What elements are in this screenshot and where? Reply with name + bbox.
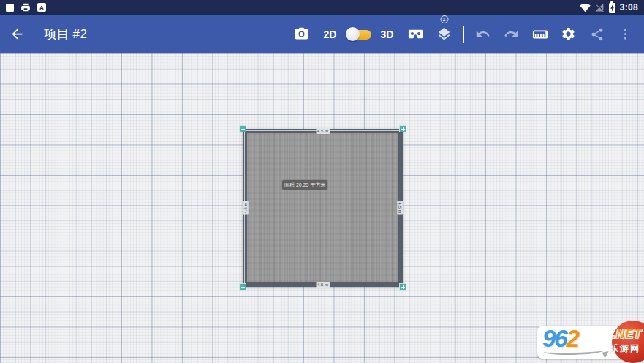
floorplan-canvas[interactable]: 面积 20.25 平方米 4.5 m 4.5 m 4.5 m 4.5 m <box>0 53 644 363</box>
undo-button[interactable] <box>469 18 497 50</box>
page-title: 项目 #2 <box>44 26 87 42</box>
autofill-a-icon: A <box>37 3 46 12</box>
status-clock: 3:08 <box>620 2 638 12</box>
watermark-site-name: 乐游网 <box>610 343 640 355</box>
app-screen: A 3:08 项目 #2 <box>0 0 644 363</box>
gear-icon <box>561 26 576 42</box>
camera-button[interactable] <box>287 18 316 50</box>
undo-icon <box>475 26 490 42</box>
layers-icon <box>436 26 452 42</box>
status-icons-left: A <box>6 2 46 12</box>
wifi-icon <box>580 3 591 12</box>
app-toolbar: 项目 #2 2D 3D <box>0 15 644 53</box>
2d-3d-toggle[interactable] <box>344 18 373 50</box>
arrow-left-icon <box>10 26 25 42</box>
redo-button[interactable] <box>497 18 526 50</box>
no-signal-icon <box>595 3 605 12</box>
layers-button[interactable]: 1 <box>430 18 458 50</box>
ruler-icon <box>532 26 548 42</box>
toolbar-divider <box>463 26 464 43</box>
camera-icon <box>294 26 309 42</box>
screenshot-square-icon <box>6 4 14 12</box>
wall-dimension-left: 4.5 m <box>243 201 249 214</box>
watermark-red-circle <box>612 321 644 363</box>
corner-handle-top-left[interactable] <box>239 125 246 132</box>
corner-handle-bottom-left[interactable] <box>239 283 246 291</box>
overflow-menu-icon <box>618 27 632 41</box>
toolbar-actions: 2D 3D 1 <box>287 18 644 50</box>
status-icons-right: 3:08 <box>580 2 638 13</box>
wall-dimension-top: 4.5 m <box>316 128 330 134</box>
corner-handle-top-right[interactable] <box>399 125 406 132</box>
mode-2d-label[interactable]: 2D <box>316 18 344 50</box>
watermark-net-label: .NET <box>613 328 642 341</box>
room-area-label: 面积 20.25 平方米 <box>282 180 327 190</box>
toggle-switch-icon <box>346 26 372 42</box>
vr-cardboard-icon <box>407 26 424 42</box>
status-bar: A 3:08 <box>0 0 644 15</box>
settings-button[interactable] <box>554 18 583 50</box>
share-icon <box>590 27 605 42</box>
watermark-badge: 962 .NET 乐游网 <box>537 326 644 359</box>
corner-handle-bottom-right[interactable] <box>399 283 406 291</box>
room-floor[interactable] <box>247 133 398 282</box>
watermark-swoosh-arrow-icon <box>544 347 605 355</box>
redo-icon <box>504 26 519 42</box>
mode-3d-label[interactable]: 3D <box>373 18 401 50</box>
printer-icon <box>20 2 31 12</box>
wall-dimension-bottom: 4.5 m <box>316 282 330 288</box>
share-button[interactable] <box>583 18 611 50</box>
overflow-menu-button[interactable] <box>611 18 640 50</box>
wall-dimension-right: 4.5 m <box>397 201 403 214</box>
ruler-button[interactable] <box>526 18 554 50</box>
layers-count-badge: 1 <box>440 15 448 23</box>
room-shape[interactable]: 面积 20.25 平方米 4.5 m 4.5 m 4.5 m 4.5 m <box>243 129 403 287</box>
back-button[interactable] <box>0 15 34 53</box>
battery-charging-icon <box>609 3 615 13</box>
vr-view-button[interactable] <box>401 18 430 50</box>
